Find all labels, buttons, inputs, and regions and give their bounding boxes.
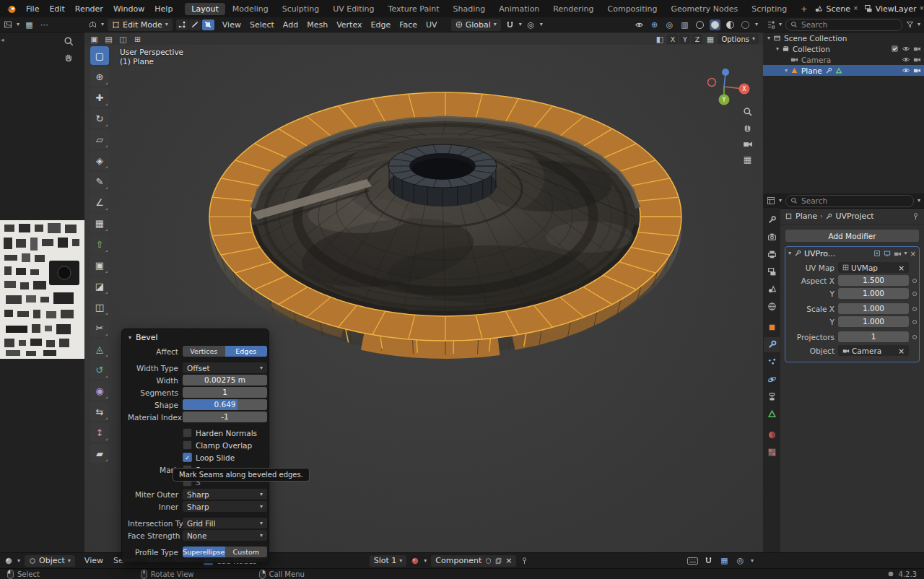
overlay-toggle-icon[interactable]: ▦ — [719, 556, 730, 565]
add-modifier-button[interactable]: Add Modifier — [785, 230, 919, 242]
tool-button[interactable]: ▱ — [90, 130, 109, 149]
viewport-menu-item[interactable]: UV — [422, 17, 442, 32]
tool-button[interactable]: ↺ — [90, 360, 109, 379]
tool-button[interactable]: ✎ — [90, 172, 109, 191]
region-collapse-icon[interactable]: ◂ — [1, 36, 4, 43]
editor-overlays-icon[interactable]: ◎ — [735, 556, 746, 565]
tab-object[interactable] — [764, 320, 780, 335]
viewport-menu-item[interactable]: Face — [395, 17, 422, 32]
tool-button[interactable]: ∠ — [90, 193, 109, 212]
viewport-menu-item[interactable]: Add — [279, 17, 302, 32]
animate-dot-icon[interactable] — [912, 320, 917, 324]
projectors-field[interactable]: 1 — [838, 331, 909, 342]
animate-dot-icon[interactable] — [912, 279, 917, 283]
outliner-options-chevron-icon[interactable]: ▾ — [918, 22, 920, 27]
properties-editor-chevron-icon[interactable]: ▾ — [779, 198, 782, 204]
tool-settings-icon-2[interactable]: ▤ — [103, 35, 114, 44]
material-slot-dropdown[interactable]: Slot 1▾ — [370, 555, 407, 567]
axis-toggle[interactable]: Z — [692, 34, 702, 44]
workspace-tab[interactable]: Sculpting — [276, 3, 326, 15]
properties-options-chevron-icon[interactable]: ▾ — [918, 198, 920, 204]
options-dropdown[interactable]: Options ▾ — [718, 34, 759, 44]
miter-outer-dropdown[interactable]: Sharp▾ — [183, 489, 267, 500]
tool-settings-icon-4[interactable]: ⊞ — [132, 35, 143, 44]
mode-dropdown[interactable]: Edit Mode ▾ — [108, 19, 173, 31]
workspace-tab[interactable]: Texture Paint — [382, 3, 446, 15]
tool-button[interactable]: ↕ — [90, 423, 109, 442]
workspace-tab[interactable]: Scripting — [745, 3, 793, 15]
projector-object-field[interactable]: Camera × — [838, 345, 909, 356]
animate-dot-icon[interactable] — [912, 307, 917, 311]
modifier-close-icon[interactable]: × — [910, 250, 916, 258]
vertex-select-icon[interactable] — [176, 19, 188, 30]
tool-button[interactable]: ✂ — [90, 318, 109, 337]
proportional-chevron-icon[interactable]: ▾ — [540, 22, 543, 27]
new-material-copy-icon[interactable] — [495, 557, 502, 565]
modifier-editmode-toggle-icon[interactable] — [873, 250, 881, 257]
workspace-tab[interactable]: Layout — [185, 3, 225, 15]
tab-world[interactable] — [764, 299, 780, 314]
viewport-menu-item[interactable]: Edge — [366, 17, 395, 32]
image-pin-icon[interactable]: ▦ — [24, 20, 35, 30]
shader-editor-chevron-icon[interactable]: ▾ — [17, 558, 20, 564]
aspect-y-field[interactable]: 1.000 — [838, 288, 909, 299]
image-header-more-icon[interactable]: ⋯ — [39, 20, 50, 30]
panel-collapse-icon[interactable]: ▾ — [128, 335, 131, 341]
tab-particles[interactable] — [764, 354, 780, 370]
intersection-type-dropdown[interactable]: Grid Fill▾ — [183, 518, 267, 528]
workspace-tab[interactable]: Modeling — [226, 3, 275, 15]
blender-logo-icon[interactable] — [6, 4, 17, 14]
workspace-tab[interactable]: Animation — [492, 3, 546, 15]
tab-view-layer[interactable] — [764, 264, 780, 279]
loop-slide-checkbox[interactable]: ✓ — [183, 453, 192, 462]
workspace-tab[interactable]: UV Editing — [326, 3, 380, 15]
viewport-menu-item[interactable]: Select — [245, 17, 279, 32]
tool-button[interactable]: ✚ — [90, 88, 109, 107]
tab-texture[interactable] — [764, 445, 780, 460]
disable-render-camera-icon[interactable] — [913, 56, 921, 63]
fake-user-shield-icon[interactable] — [485, 557, 492, 565]
shading-rendered-icon[interactable] — [740, 19, 751, 30]
material-name-field[interactable]: Component × — [431, 555, 516, 567]
workspace-tab[interactable]: Shading — [447, 3, 492, 15]
menu-item[interactable]: Edit — [44, 0, 69, 17]
material-browse-icon[interactable] — [411, 557, 419, 565]
breadcrumb-modifier[interactable]: UVProject — [835, 212, 873, 221]
shading-material-icon[interactable] — [725, 19, 736, 30]
face-strength-dropdown[interactable]: None▾ — [183, 530, 267, 541]
workspace-tab[interactable]: Rendering — [546, 3, 600, 15]
menu-item[interactable]: Render — [70, 0, 108, 17]
tab-scene[interactable] — [764, 282, 780, 297]
viewlayer-selector[interactable]: ViewLayer × — [864, 4, 924, 14]
tool-button[interactable]: ▦ — [90, 214, 109, 232]
pin-icon[interactable] — [520, 557, 528, 565]
zoom-icon[interactable] — [64, 36, 74, 47]
menu-item[interactable]: Help — [149, 0, 178, 17]
scale-y-field[interactable]: 1.000 — [838, 316, 909, 327]
viewport-pan-icon[interactable] — [743, 123, 753, 134]
viewport-menu-item[interactable]: Mesh — [302, 17, 332, 32]
mirror-icon[interactable]: ◧ — [654, 35, 665, 44]
disable-render-camera-icon[interactable] — [913, 45, 921, 52]
modifier-header[interactable]: ▾ UVPro... ▾ × — [785, 247, 919, 260]
modifier-name-field[interactable]: UVPro... — [804, 249, 871, 258]
axis-toggle[interactable]: Y — [679, 34, 690, 44]
viewport-camera-icon[interactable] — [743, 140, 753, 148]
tool-button[interactable]: ◫ — [90, 297, 109, 316]
tab-material[interactable] — [764, 427, 780, 443]
tool-settings-icon-1[interactable]: ▣ — [89, 35, 100, 44]
tab-constraints[interactable] — [764, 389, 780, 404]
modifier-extras-icon[interactable]: ▾ — [905, 251, 907, 256]
tool-button[interactable]: ◪ — [90, 277, 109, 295]
scale-x-field[interactable]: 1.000 — [838, 303, 909, 314]
tab-physics[interactable] — [764, 372, 780, 387]
tool-button[interactable]: ◈ — [90, 151, 109, 170]
object-clear-icon[interactable]: × — [898, 347, 905, 355]
shader-type-dropdown[interactable]: Object ▾ — [25, 555, 75, 567]
menu-item[interactable]: Window — [108, 0, 149, 17]
snapping-icon[interactable] — [703, 557, 714, 565]
shading-solid-icon[interactable] — [710, 19, 720, 30]
menu-item[interactable]: File — [21, 0, 44, 17]
snap-options-chevron-icon[interactable]: ▾ — [519, 22, 522, 27]
viewport-ortho-grid-icon[interactable]: ▦ — [742, 154, 753, 165]
